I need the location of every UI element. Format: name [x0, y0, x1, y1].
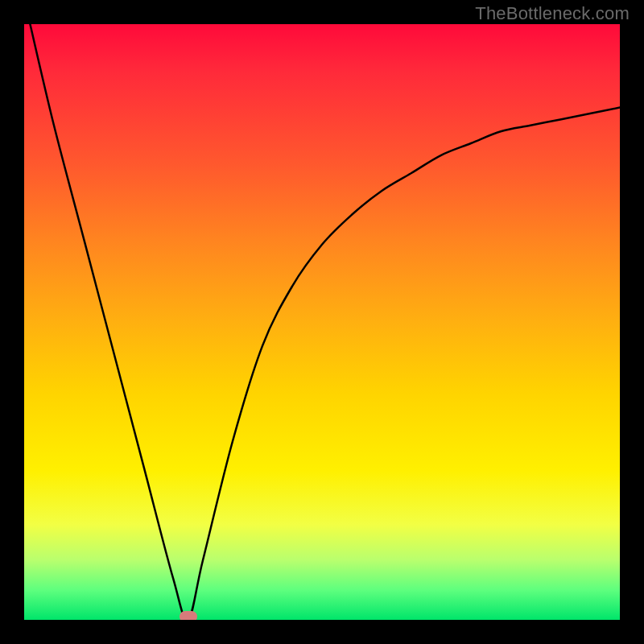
curve-layer [24, 24, 620, 620]
optimal-point-marker [180, 611, 197, 620]
chart-container: TheBottleneck.com [0, 0, 644, 644]
attribution-label: TheBottleneck.com [475, 3, 630, 24]
plot-area [24, 24, 620, 620]
bottleneck-curve [30, 24, 620, 620]
